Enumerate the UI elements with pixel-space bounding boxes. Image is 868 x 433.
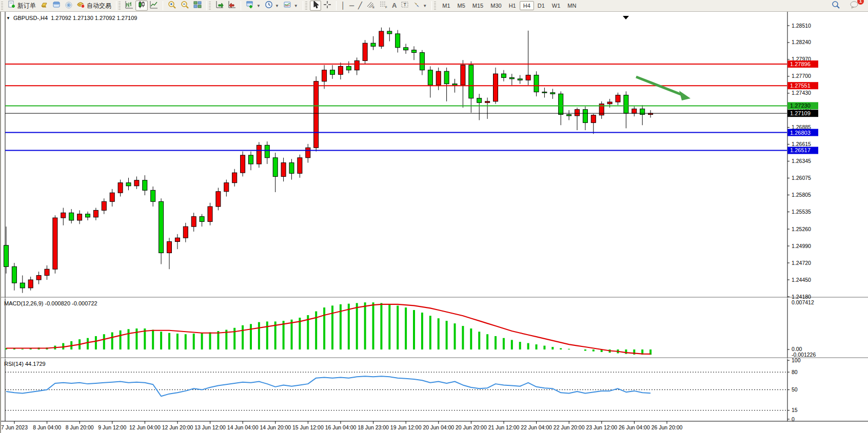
candle-body (241, 155, 245, 173)
line-chart-mode-button[interactable] (148, 1, 160, 11)
price-tick-label: 1.24180 (792, 294, 811, 300)
search-button[interactable] (829, 1, 842, 11)
crosshair-icon (323, 1, 331, 11)
cursor-tool-button[interactable] (310, 1, 321, 11)
candle-body (102, 201, 106, 210)
svg-text:T: T (404, 2, 407, 7)
candle-body (477, 98, 482, 103)
timeframe-d1[interactable]: D1 (534, 1, 548, 10)
notifications-button[interactable]: 1 (847, 1, 861, 11)
price-label-text: 1.27551 (790, 83, 811, 89)
timeframe-mn[interactable]: MN (564, 1, 580, 10)
trend-arrow-head[interactable] (679, 91, 691, 100)
one-click-trading-toggle[interactable]: ▼ (6, 16, 10, 20)
timeframe-m1[interactable]: M1 (439, 1, 453, 10)
candle-body (550, 93, 555, 94)
text-label-tool[interactable]: T (399, 1, 411, 11)
zoom-out-icon (181, 1, 189, 11)
timeframe-h4[interactable]: H4 (520, 1, 534, 10)
horizontal-line-tool[interactable]: ─ (347, 1, 356, 11)
candle-body (110, 193, 114, 201)
auto-scroll-button[interactable] (213, 1, 226, 11)
time-label: 19 Jun 12:00 (390, 424, 422, 430)
candle-body (387, 31, 392, 34)
time-label: 26 Jun 20:00 (652, 424, 683, 430)
candle-body (379, 31, 384, 46)
timeframe-m30[interactable]: M30 (487, 1, 505, 10)
price-tick-label: 1.24720 (792, 260, 811, 266)
candle-body (167, 241, 172, 253)
tile-windows-button[interactable] (191, 1, 204, 11)
trendline-icon: ╱ (358, 2, 362, 10)
price-label-text: 1.26803 (790, 130, 811, 136)
timeframe-w1[interactable]: W1 (548, 1, 564, 10)
channel-tool[interactable]: E (364, 1, 377, 11)
chart-shift-marker[interactable] (623, 16, 629, 19)
timeframe-h1[interactable]: H1 (505, 1, 520, 10)
zoom-out-button[interactable] (179, 1, 191, 11)
price-tick-label: 1.27430 (792, 90, 811, 96)
candle-body (191, 217, 196, 227)
candle-body (53, 218, 57, 269)
crosshair-tool-button[interactable] (321, 1, 333, 11)
time-label: 9 Jun 12:00 (98, 424, 126, 430)
fibonacci-icon: F (379, 1, 388, 11)
zoom-in-icon (168, 1, 176, 11)
candle-body (575, 110, 580, 116)
timeframe-m5[interactable]: M5 (454, 1, 469, 10)
time-label: 21 Jun 12:00 (488, 424, 520, 430)
toolbar-drag-handle[interactable] (1, 2, 3, 10)
vertical-line-tool[interactable]: │ (339, 1, 347, 11)
price-tick-label: 1.25535 (792, 209, 811, 215)
fibonacci-tool[interactable]: F (377, 1, 390, 11)
candle-body (501, 74, 506, 77)
horizontal-line-icon: ─ (349, 2, 354, 10)
price-tick-label: 1.24450 (792, 277, 811, 283)
group-handle (119, 2, 121, 10)
chart-canvas[interactable]: 1.285101.282401.279701.277001.274301.271… (1, 12, 868, 433)
candle-body (45, 269, 49, 275)
clock-icon (265, 1, 273, 11)
chart-shift-button[interactable] (226, 1, 238, 11)
trendline-tool[interactable]: ╱ (356, 1, 364, 11)
timeframe-m15[interactable]: M15 (469, 1, 487, 10)
candle-body (257, 145, 261, 164)
candle-body (346, 66, 351, 70)
zoom-in-button[interactable] (166, 1, 179, 11)
candle-body (616, 95, 620, 102)
new-order-icon (8, 1, 16, 11)
rsi-level-label: 15 (792, 407, 798, 413)
market-watch-button[interactable] (38, 1, 50, 11)
chart-shift-icon (228, 1, 236, 11)
candle-body (444, 71, 449, 84)
candle-body (93, 210, 98, 217)
candle-body (4, 245, 9, 267)
candle-body (134, 180, 139, 186)
rsi-name: RSI(14) (4, 361, 24, 367)
auto-trading-label: 自动交易 (87, 2, 111, 10)
signals-button[interactable] (63, 1, 75, 11)
bar-chart-mode-button[interactable] (123, 1, 135, 11)
group-handle (305, 2, 307, 10)
arrows-dropdown[interactable]: ▼ (411, 1, 429, 11)
time-label: 22 Jun 20:00 (554, 424, 585, 430)
candle-body (363, 43, 367, 60)
candle-body (396, 34, 400, 48)
candlestick-mode-button[interactable] (135, 1, 148, 11)
auto-trading-button[interactable]: 自动交易 (75, 1, 113, 11)
candle-body (36, 275, 41, 280)
price-tick-label: 1.28240 (792, 39, 811, 45)
candle-body (118, 183, 123, 193)
dropdown-arrow-icon: ▼ (294, 4, 298, 8)
periods-dropdown[interactable]: ▼ (263, 1, 281, 11)
candle-body (542, 92, 547, 93)
chart-window-button[interactable] (50, 1, 63, 11)
text-tool[interactable]: A (390, 1, 399, 11)
time-label: 8 Jun 04:00 (33, 424, 61, 430)
indicators-dropdown[interactable]: ▼ (281, 1, 300, 11)
dropdown-arrow-icon: ▼ (423, 4, 427, 8)
candle-body (322, 70, 327, 81)
rsi-level-label: 0 (792, 416, 795, 422)
new-order-button[interactable]: 新订单 (6, 1, 38, 11)
new-chart-dropdown[interactable]: ▼ (244, 1, 263, 11)
